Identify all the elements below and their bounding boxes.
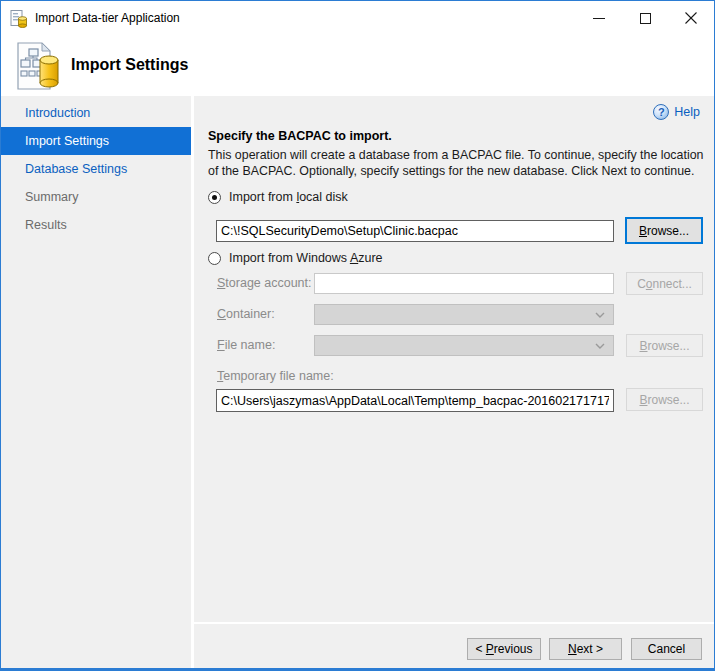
window-title: Import Data-tier Application [35,11,180,25]
radio-selected-icon [208,191,221,204]
file-name-dropdown [314,335,614,356]
container-dropdown [314,304,614,325]
footer-divider [194,622,714,624]
browse-local-button[interactable]: Browse... [625,217,703,244]
temporary-file-name-label: Temporary file name: [217,369,334,383]
azure-radio-label: Import from Windows Azure [229,251,383,265]
section-heading: Specify the BACPAC to import. [208,129,392,143]
import-from-windows-azure-radio[interactable]: Import from Windows Azure [208,251,383,265]
chevron-down-icon [595,343,605,349]
temporary-file-name-input[interactable] [216,389,614,412]
maximize-icon [640,13,651,24]
chevron-down-icon [595,312,605,318]
radio-unselected-icon [208,252,221,265]
window-border-bottom [1,668,714,670]
sidebar-item-database-settings[interactable]: Database Settings [1,155,191,183]
storage-account-label: Storage account: [217,276,312,290]
browse-azure-file-button: Browse... [626,334,703,357]
title-bar: Import Data-tier Application [1,1,714,35]
help-link[interactable]: ? Help [653,104,700,120]
local-disk-radio-label: Import from local disk [229,190,348,204]
connect-button: Connect... [626,272,703,295]
minimize-icon [593,18,605,19]
previous-button[interactable]: < Previous [467,638,541,660]
cancel-button[interactable]: Cancel [631,638,702,660]
import-data-tier-application-window: Import Data-tier Application [0,0,715,671]
wizard-header: Import Settings [1,35,714,96]
sidebar-divider [191,96,194,668]
close-icon [685,12,697,24]
app-icon [10,9,28,28]
sidebar-item-summary: Summary [1,183,191,211]
maximize-button[interactable] [622,1,668,35]
window-controls [576,1,714,35]
page-title: Import Settings [71,56,188,74]
wizard-steps-sidebar: Introduction Import Settings Database Se… [1,96,191,670]
sidebar-item-introduction[interactable]: Introduction [1,99,191,127]
browse-temp-file-button: Browse... [626,388,703,411]
import-from-local-disk-radio[interactable]: Import from local disk [208,190,348,204]
sidebar-item-import-settings[interactable]: Import Settings [1,127,191,155]
sidebar-item-results: Results [1,211,191,239]
help-icon: ? [653,104,669,120]
local-bacpac-path-input[interactable] [216,220,614,242]
container-label: Container: [217,307,275,321]
minimize-button[interactable] [576,1,622,35]
file-name-label: File name: [217,338,275,352]
import-settings-icon [13,41,61,91]
next-button[interactable]: Next > [549,638,622,660]
help-label: Help [674,105,700,119]
section-description: This operation will create a database fr… [208,148,714,179]
close-button[interactable] [668,1,714,35]
storage-account-input [314,273,614,294]
